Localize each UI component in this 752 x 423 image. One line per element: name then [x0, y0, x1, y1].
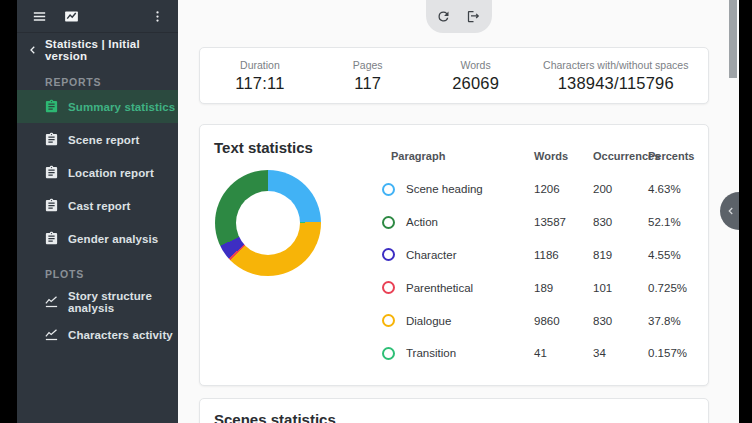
app-logo-chart-icon — [60, 5, 82, 27]
words-value: 13587 — [534, 216, 593, 228]
sidebar-item-story-structure-analysis[interactable]: Story structure analysis — [17, 285, 178, 318]
hamburger-menu-icon[interactable] — [28, 5, 50, 27]
report-icon — [44, 231, 59, 246]
percents-value: 0.157% — [648, 347, 692, 359]
summary-stats-card: Duration 117:11 Pages 117 Words 26069 Ch… — [199, 47, 709, 104]
stat-value: 117:11 — [206, 74, 314, 93]
sidebar-item-scene-report[interactable]: Scene report — [17, 123, 178, 156]
table-row: Parenthetical 189 101 0.725% — [378, 271, 692, 304]
card-title: Text statistics — [214, 139, 313, 156]
line-chart-icon — [44, 294, 59, 309]
paragraph-name: Action — [406, 216, 438, 228]
sidebar-item-cast-report[interactable]: Cast report — [17, 189, 178, 222]
paragraph-name: Character — [406, 249, 457, 261]
refresh-icon[interactable] — [435, 8, 453, 26]
stat-label: Characters with/without spaces — [529, 59, 702, 71]
back-navigation[interactable]: Statistics | Initial version — [17, 37, 178, 63]
sidebar-item-label: Summary statistics — [68, 101, 175, 113]
paragraph-name: Transition — [406, 347, 456, 359]
paragraph-name: Parenthetical — [406, 282, 473, 294]
top-toolbar — [426, 0, 492, 33]
words-value: 1186 — [534, 249, 593, 261]
stat-characters: Characters with/without spaces 138943/11… — [529, 59, 702, 93]
occurrences-value: 830 — [593, 315, 648, 327]
legend-ring — [382, 183, 395, 196]
section-label-plots: PLOTS — [17, 266, 178, 282]
table-row: Transition 41 34 0.157% — [378, 337, 692, 370]
sidebar-topbar — [17, 0, 178, 33]
words-value: 9860 — [534, 315, 593, 327]
paragraph-name: Dialogue — [406, 315, 451, 327]
stat-value: 138943/115796 — [529, 74, 702, 93]
stat-duration: Duration 117:11 — [206, 59, 314, 93]
occurrences-value: 101 — [593, 282, 648, 294]
occurrences-value: 819 — [593, 249, 648, 261]
stat-words: Words 26069 — [422, 59, 530, 93]
sidebar-item-location-report[interactable]: Location report — [17, 156, 178, 189]
scenes-statistics-card: Scenes statistics — [199, 398, 709, 423]
percents-value: 4.55% — [648, 249, 692, 261]
stat-label: Pages — [314, 59, 422, 71]
app-window: Statistics | Initial version REPORTS Sum… — [0, 0, 752, 423]
section-label-reports: REPORTS — [17, 74, 178, 90]
occurrences-value: 200 — [593, 183, 648, 195]
legend-ring — [382, 347, 395, 360]
sidebar-item-gender-analysis[interactable]: Gender analysis — [17, 222, 178, 255]
sidebar-item-label: Cast report — [68, 200, 130, 212]
sidebar-item-characters-activity[interactable]: Characters activity — [17, 318, 178, 351]
table-row: Character 1186 819 4.55% — [378, 239, 692, 272]
sidebar-item-label: Gender analysis — [68, 233, 158, 245]
stat-value: 26069 — [422, 74, 530, 93]
main-content: Duration 117:11 Pages 117 Words 26069 Ch… — [178, 0, 739, 423]
percents-value: 0.725% — [648, 282, 692, 294]
column-occurrences: Occurrences — [593, 150, 648, 162]
sidebar-item-label: Scene report — [68, 134, 140, 146]
card-title: Scenes statistics — [214, 411, 694, 423]
back-label: Statistics | Initial version — [45, 38, 178, 62]
table-row: Dialogue 9860 830 37.8% — [378, 304, 692, 337]
column-paragraph: Paragraph — [378, 150, 534, 162]
legend-ring — [382, 314, 395, 327]
donut-hole — [236, 191, 300, 255]
words-value: 189 — [534, 282, 593, 294]
export-icon[interactable] — [465, 8, 483, 26]
percents-value: 52.1% — [648, 216, 692, 228]
scrollbar-thumb[interactable] — [729, 0, 737, 78]
occurrences-value: 830 — [593, 216, 648, 228]
legend-ring — [382, 281, 395, 294]
percents-value: 4.63% — [648, 183, 692, 195]
chevron-left-icon — [725, 205, 737, 217]
stat-value: 117 — [314, 74, 422, 93]
table-header: Paragraph Words Occurrences Percents — [378, 147, 692, 165]
stat-label: Duration — [206, 59, 314, 71]
sidebar-item-label: Story structure analysis — [68, 290, 178, 314]
report-icon — [44, 99, 59, 114]
paragraph-name: Scene heading — [406, 183, 483, 195]
column-percents: Percents — [648, 150, 694, 162]
report-icon — [44, 165, 59, 180]
words-value: 1206 — [534, 183, 593, 195]
column-words: Words — [534, 150, 593, 162]
text-statistics-card: Text statistics Paragraph Words Occurren… — [199, 124, 709, 386]
report-icon — [44, 198, 59, 213]
kebab-menu-icon[interactable] — [146, 5, 168, 27]
stat-pages: Pages 117 — [314, 59, 422, 93]
table-row: Scene heading 1206 200 4.63% — [378, 173, 692, 206]
legend-ring — [382, 248, 395, 261]
line-chart-icon — [44, 327, 59, 342]
legend-ring — [382, 216, 395, 229]
sidebar: Statistics | Initial version REPORTS Sum… — [17, 0, 178, 423]
chevron-left-icon — [27, 44, 39, 56]
stat-label: Words — [422, 59, 530, 71]
text-statistics-donut-chart — [215, 170, 321, 276]
sidebar-item-summary-statistics[interactable]: Summary statistics — [17, 90, 178, 123]
sidebar-item-label: Characters activity — [68, 329, 173, 341]
table-row: Action 13587 830 52.1% — [378, 206, 692, 239]
words-value: 41 — [534, 347, 593, 359]
occurrences-value: 34 — [593, 347, 648, 359]
text-statistics-table: Paragraph Words Occurrences Percents Sce… — [378, 147, 692, 370]
collapse-panel-button[interactable] — [720, 192, 739, 230]
sidebar-item-label: Location report — [68, 167, 154, 179]
report-icon — [44, 132, 59, 147]
percents-value: 37.8% — [648, 315, 692, 327]
